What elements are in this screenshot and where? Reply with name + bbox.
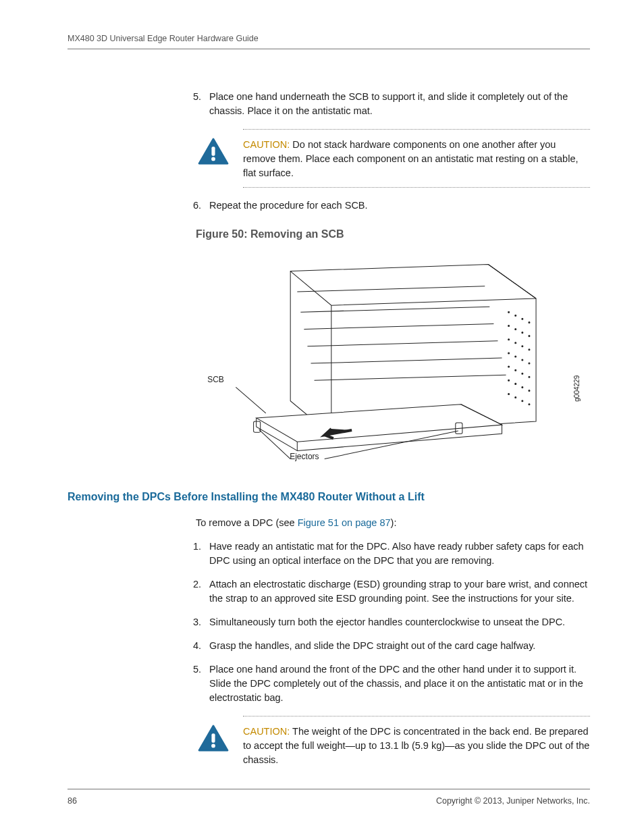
svg-line-4 [304,324,494,330]
svg-point-34 [522,400,523,402]
svg-rect-36 [254,421,261,432]
dpc-step-2-text: Attach an electrostatic discharge (ESD) … [209,579,587,604]
section-intro: To remove a DPC (see Figure 51 on page 8… [196,516,590,530]
svg-point-14 [522,332,523,334]
dpc-step-5-text: Place one hand around the front of the D… [209,664,583,703]
svg-point-17 [515,342,516,344]
caution-rule-bottom [243,187,590,188]
svg-point-23 [529,363,530,364]
intro-post: ): [391,517,397,528]
copyright: Copyright © 2013, Juniper Networks, Inc. [436,795,590,807]
svg-point-27 [529,377,530,378]
caution-2-text: The weight of the DPC is concentrated in… [243,726,589,765]
svg-line-38 [236,388,266,413]
svg-point-32 [508,394,510,395]
svg-point-9 [515,315,516,317]
figure-label-code: g004229 [572,375,583,402]
step-number-6: 6. [193,199,201,213]
svg-rect-41 [211,733,215,742]
dpc-step-num-3: 3. [193,615,201,629]
step-5-text: Place one hand underneath the SCB to sup… [209,91,568,116]
svg-line-6 [311,358,502,363]
footer-rule [68,789,590,789]
dpc-step-2: 2.Attach an electrostatic discharge (ESD… [196,577,590,606]
dpc-step-5: 5.Place one hand around the front of the… [196,662,590,705]
dpc-step-1-text: Have ready an antistatic mat for the DPC… [209,541,584,566]
running-header: MX480 3D Universal Edge Router Hardware … [68,32,590,45]
figure-label-ejectors: Ejectors [290,451,319,463]
svg-line-5 [308,341,498,346]
caution-1-label: CAUTION: [243,139,290,150]
figure-50: SCB Ejectors g004229 [196,249,590,471]
svg-point-28 [508,380,510,382]
dpc-step-3: 3.Simultaneously turn both the ejector h… [196,615,590,629]
section-heading: Removing the DPCs Before Installing the … [68,489,590,504]
svg-point-33 [515,397,516,398]
warning-icon [198,138,229,165]
figure-illustration [215,249,570,471]
caution-1-text: Do not stack hardware components on one … [243,139,579,178]
page-footer: 86 Copyright © 2013, Juniper Networks, I… [68,789,590,807]
svg-point-26 [522,373,523,375]
step-6: 6. Repeat the procedure for each SCB. [196,199,590,213]
caution-block-1: CAUTION: Do not stack hardware component… [196,129,590,188]
svg-point-30 [522,387,523,388]
svg-rect-0 [211,147,215,155]
dpc-step-num-5: 5. [193,662,201,677]
svg-point-12 [508,325,510,327]
dpc-step-num-1: 1. [193,540,201,554]
svg-point-22 [522,359,523,361]
svg-point-18 [522,346,523,347]
caution2-rule-top [243,716,590,716]
svg-point-21 [515,356,516,357]
svg-point-13 [515,329,516,330]
svg-point-1 [211,157,215,161]
svg-point-8 [508,312,510,313]
caution-block-2: CAUTION: The weight of the DPC is concen… [196,716,590,767]
svg-point-15 [529,336,530,337]
header-rule [68,49,590,49]
page-number: 86 [68,795,77,807]
svg-point-20 [508,353,510,354]
svg-point-19 [529,349,530,350]
dpc-step-num-4: 4. [193,639,201,653]
dpc-step-3-text: Simultaneously turn both the ejector han… [209,617,565,627]
intro-pre: To remove a DPC (see [196,517,298,528]
dpc-step-1: 1.Have ready an antistatic mat for the D… [196,540,590,568]
step-6-text: Repeat the procedure for each SCB. [209,200,368,211]
dpc-step-4-text: Grasp the handles, and slide the DPC str… [209,640,535,651]
figure-title: Figure 50: Removing an SCB [196,226,590,242]
svg-point-29 [515,384,516,385]
figure-label-scb: SCB [207,374,224,386]
step-5: 5. Place one hand underneath the SCB to … [196,90,590,118]
svg-point-42 [211,744,215,748]
svg-line-7 [315,375,506,381]
svg-point-31 [529,390,530,392]
svg-point-10 [522,319,523,320]
svg-point-16 [508,339,510,340]
warning-icon [198,725,229,752]
svg-point-25 [515,370,516,371]
dpc-step-4: 4.Grasp the handles, and slide the DPC s… [196,639,590,653]
caution-2-label: CAUTION: [243,726,290,737]
svg-point-35 [529,404,530,405]
svg-line-3 [301,307,490,313]
dpc-step-num-2: 2. [193,577,201,592]
svg-point-11 [529,322,530,323]
svg-line-2 [297,286,485,292]
figure-51-link[interactable]: Figure 51 on page 87 [298,517,391,528]
caution-rule-top [243,129,590,130]
step-number-5: 5. [193,90,201,104]
svg-point-24 [508,367,510,368]
